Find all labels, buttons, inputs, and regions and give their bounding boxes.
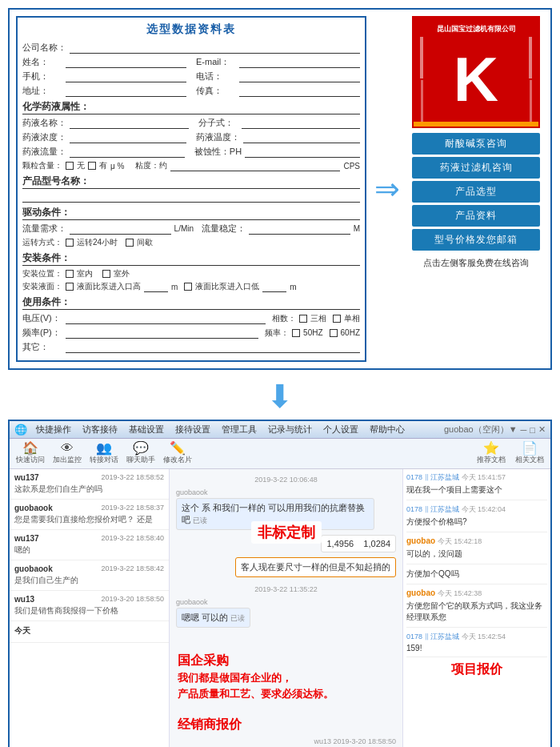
user-status[interactable]: guobao（空闲）▼: [444, 424, 518, 436]
menu-tools[interactable]: 管理工具: [219, 423, 259, 436]
right-msg-4-text: 方便加个QQ吗: [406, 568, 547, 580]
conc-label: 药液浓度：: [22, 131, 66, 143]
model-input[interactable]: [22, 191, 360, 203]
three-phase-label: 三相: [310, 313, 326, 324]
name-input[interactable]: [66, 57, 186, 68]
gold-bar: [414, 122, 538, 127]
tel-input[interactable]: [239, 71, 360, 82]
conv-item-2[interactable]: guobaook 2019-3-22 18:58:37 您是需要我们直接给您报价…: [10, 500, 169, 530]
conv-item-4[interactable]: guobaook 2019-3-22 18:58:42 是我们自己生产的: [10, 560, 169, 591]
toolbar-assistant[interactable]: 💬 聊天助手: [125, 440, 157, 467]
particle-none-check[interactable]: [66, 162, 74, 170]
particle-has-check[interactable]: [88, 162, 96, 170]
toolbar-recommend[interactable]: ⭐ 推荐文档: [475, 440, 507, 467]
menu-personal[interactable]: 个人设置: [321, 423, 361, 436]
level-below-unit: m: [290, 283, 296, 291]
mol-input[interactable]: [242, 118, 361, 129]
voltage-input[interactable]: [66, 313, 266, 324]
menu-basic[interactable]: 基础设置: [126, 423, 166, 436]
minimize-btn[interactable]: ─: [521, 425, 527, 435]
btn-filter[interactable]: 药液过滤机咨询: [412, 157, 540, 179]
email-input[interactable]: [239, 57, 360, 68]
level-above-check[interactable]: [66, 283, 74, 291]
drive-interval-check[interactable]: [126, 239, 134, 247]
bar3: [529, 32, 532, 78]
model-section-title: 产品型号名称：: [22, 175, 360, 189]
single-phase-check[interactable]: [333, 315, 341, 323]
conv-time-3: 2019-3-22 18:58:40: [101, 534, 164, 543]
toolbar-transfer[interactable]: 👥 转接对话: [88, 440, 120, 467]
company-name: 昆山国宝过滤机有限公司: [437, 25, 516, 33]
freq-50-check[interactable]: [292, 329, 300, 337]
toolbar-edit[interactable]: ✏️ 修改名片: [162, 440, 194, 467]
level-above-input[interactable]: [144, 281, 168, 292]
right-msg-5: guobao 今天 15:42:38 方便您留个它的联系方式吗，我这业务经理联系…: [406, 588, 547, 628]
conv-item-5[interactable]: wu13 2019-3-20 18:58:50 我们是销售商我报得一下价格: [10, 591, 169, 621]
drive-24h-label: 运转24小时: [77, 237, 118, 248]
level-above-unit: m: [171, 283, 178, 291]
flow-label: 药液流量：: [22, 146, 66, 158]
viscosity-label: 粘度：约: [135, 160, 167, 171]
btn-product-info[interactable]: 产品资料: [412, 205, 540, 227]
outdoor-check[interactable]: [102, 270, 110, 278]
conv-today: 今天: [14, 625, 30, 637]
level-below-input[interactable]: [262, 281, 286, 292]
chat-menubar: 🌐 快捷操作 访客接待 基础设置 接待设置 管理工具 记录与统计 个人设置 帮助…: [10, 421, 550, 439]
drive-24h-check[interactable]: [66, 239, 74, 247]
three-phase-check[interactable]: [299, 315, 307, 323]
maximize-btn[interactable]: □: [530, 425, 535, 435]
arrow-down-1: ⬇: [0, 378, 560, 415]
bubble-5-meta: wu13 2019-3-20 18:58:50: [314, 737, 396, 745]
flow-range-unit: M: [354, 224, 360, 233]
fax-input[interactable]: [239, 86, 360, 97]
conv-item-1[interactable]: wu137 2019-3-22 18:58:52 这款系是您们自生产的吗: [10, 469, 169, 500]
right-msg-6-meta: 0178 ‖ 江苏盐城 今天 15:42:54: [406, 632, 547, 642]
right-arrow-icon: ⇒: [374, 171, 400, 207]
voltage-label: 电压(V)：: [22, 312, 62, 324]
menu-stats[interactable]: 记录与统计: [266, 423, 314, 436]
other-input[interactable]: [66, 342, 360, 353]
logo-letter: K: [454, 48, 498, 110]
conv-name-2: guobaook: [14, 504, 53, 512]
menu-help[interactable]: 帮助中心: [367, 423, 407, 436]
conv-item-today[interactable]: 今天: [10, 621, 169, 643]
toolbar-quick-access[interactable]: 🏠 快速访问: [14, 440, 46, 467]
btn-acid-pump[interactable]: 耐酸碱泵咨询: [412, 133, 540, 155]
toolbar-monitor[interactable]: 👁 加出监控: [51, 440, 83, 467]
indoor-label: 室内: [77, 268, 93, 279]
chem-name-label: 药液名称：: [22, 117, 66, 129]
chem-name-input[interactable]: [70, 118, 189, 129]
install-level-label: 安装液面：: [22, 281, 62, 292]
indoor-check[interactable]: [66, 270, 74, 278]
menu-reception[interactable]: 接待设置: [173, 423, 213, 436]
phase-label: 相数：: [272, 313, 296, 324]
ph-input[interactable]: [245, 147, 360, 158]
flow-range-input[interactable]: [249, 223, 350, 235]
toolbar-shortcut[interactable]: 📄 相关文档: [514, 440, 546, 467]
conv-item-3[interactable]: wu137 2019-3-22 18:58:40 嗯的: [10, 530, 169, 560]
btn-send-price[interactable]: 型号价格发您邮箱: [412, 229, 540, 251]
freq-input[interactable]: [66, 327, 258, 339]
install-location-row: 安装位置： 室内 室外: [22, 268, 360, 279]
conv-msg-1: 这款系是您们自生产的吗: [14, 484, 164, 495]
conc-input[interactable]: [70, 132, 186, 143]
menu-quick-op[interactable]: 快捷操作: [34, 423, 74, 436]
btn-model-select[interactable]: 产品选型: [412, 181, 540, 203]
recommend-icon: ⭐: [483, 442, 499, 455]
freq-60-check[interactable]: [330, 329, 338, 337]
flow-input[interactable]: [70, 147, 185, 158]
bubble-2-text: 1,4956 1,0284: [321, 535, 396, 552]
close-btn[interactable]: ✕: [538, 424, 546, 435]
assistant-icon: 💬: [133, 442, 149, 455]
toolbar-label-3: 转接对话: [90, 455, 118, 465]
mobile-input[interactable]: [66, 71, 186, 82]
freq-hz-label: 频率：: [265, 327, 289, 339]
bubble-3-text: 客人现在要尺寸一样的但是不知起捎的: [235, 557, 396, 577]
viscosity-input[interactable]: [170, 160, 340, 171]
company-input[interactable]: [70, 42, 360, 54]
temp-input[interactable]: [243, 132, 360, 143]
level-below-check[interactable]: [184, 283, 192, 291]
addr-input[interactable]: [66, 86, 186, 97]
flow-req-input[interactable]: [70, 223, 171, 235]
menu-visitor[interactable]: 访客接待: [80, 423, 120, 436]
